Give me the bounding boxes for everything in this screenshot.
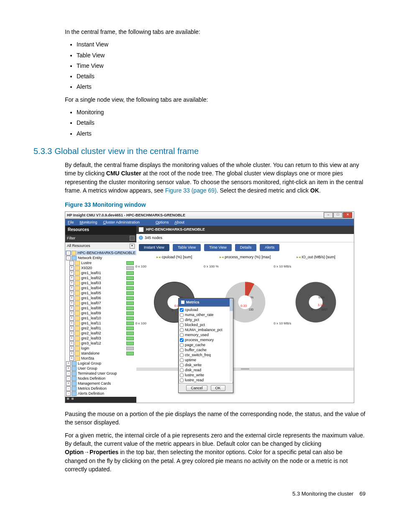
metric-checkbox[interactable] (180, 368, 184, 372)
metric-checkbox[interactable] (180, 308, 184, 312)
tab-time-view[interactable]: Time View (204, 244, 232, 251)
tree-item[interactable]: +User Group (65, 366, 136, 371)
expand-icon[interactable]: + (69, 286, 74, 290)
expand-icon[interactable]: + (69, 266, 74, 270)
metric-row[interactable]: memory_used (180, 333, 232, 338)
metric-checkbox[interactable] (180, 338, 184, 342)
metric-row[interactable]: dirty_pct (180, 318, 232, 323)
filter-expand-icon[interactable] (130, 236, 135, 241)
all-resources-row[interactable]: All Resources ▾ (65, 242, 136, 249)
metric-row[interactable]: NUMA_imbalance_pct (180, 328, 232, 333)
expand-icon[interactable]: + (69, 296, 74, 301)
tab-details[interactable]: Details (235, 244, 257, 251)
all-resources-dropdown-icon[interactable]: ▾ (130, 244, 135, 249)
metric-row[interactable]: disk_read (180, 368, 232, 373)
expand-icon[interactable]: + (69, 341, 74, 346)
metric-checkbox[interactable] (180, 353, 184, 357)
expand-icon[interactable]: + (69, 281, 74, 285)
metric-checkbox[interactable] (180, 323, 184, 327)
expand-icon[interactable]: - (69, 261, 74, 265)
tree-item[interactable]: +gre3_leaf12 (65, 341, 136, 346)
tree-item[interactable]: +MonSta (65, 356, 136, 361)
tree-item[interactable]: +gre1_leaf09 (65, 311, 136, 316)
metric-checkbox[interactable] (180, 373, 184, 377)
expand-icon[interactable]: + (69, 301, 74, 306)
tree-item[interactable]: +gre1_leaf06 (65, 296, 136, 301)
expand-icon[interactable]: - (66, 391, 71, 396)
expand-icon[interactable]: + (66, 361, 71, 366)
expand-icon[interactable]: + (69, 351, 74, 356)
tree-item[interactable]: +X9320 (65, 265, 136, 270)
tree-item[interactable]: -Nodes Definition (65, 376, 136, 381)
expand-icon[interactable]: - (66, 256, 71, 260)
tree-item[interactable]: +gre1_leaf01 (65, 270, 136, 275)
menu-item[interactable]: Options (156, 220, 169, 225)
tab-table-view[interactable]: Table View (173, 244, 201, 251)
tree-item[interactable]: -Terminated User Group (65, 371, 136, 376)
gauge-pie-3[interactable]: MB/s3.1103457 (293, 279, 339, 325)
expand-icon[interactable]: + (66, 366, 71, 371)
menu-item[interactable]: About (174, 220, 184, 225)
metric-row[interactable]: page_cache (180, 343, 232, 348)
metric-checkbox[interactable] (180, 378, 184, 382)
expand-icon[interactable]: + (69, 321, 74, 326)
expand-icon[interactable]: - (66, 386, 71, 391)
tree-item[interactable]: -Network Entity (65, 255, 136, 260)
metric-row[interactable]: blocked_pct (180, 323, 232, 328)
ok-button[interactable]: OK (211, 385, 225, 391)
resize-grabber[interactable] (136, 368, 354, 371)
metrics-scrollbar[interactable] (230, 306, 233, 382)
metric-checkbox[interactable] (180, 318, 184, 322)
metric-row[interactable]: lustre_read (180, 378, 232, 383)
tree-item[interactable]: +gre2_leaf03 (65, 336, 136, 341)
metric-row[interactable]: cpuload (180, 308, 232, 313)
metric-row[interactable]: uptime (180, 358, 232, 363)
metric-row[interactable]: lustre_write (180, 373, 232, 378)
minimize-button[interactable]: – (324, 212, 333, 218)
figure-link[interactable]: Figure 33 (page 69) (165, 187, 217, 194)
menu-item[interactable]: Cluster Administration (103, 220, 140, 225)
expand-icon[interactable]: + (69, 336, 74, 341)
metric-checkbox[interactable] (180, 363, 184, 367)
expand-icon[interactable]: + (69, 356, 74, 361)
maximize-button[interactable]: □ (333, 212, 343, 218)
menu-item[interactable]: File (68, 220, 74, 225)
expand-icon[interactable]: - (66, 251, 71, 255)
close-button[interactable]: ✕ (343, 212, 352, 218)
expand-icon[interactable]: + (69, 271, 74, 275)
tree-item[interactable]: +standalone (65, 351, 136, 356)
tree-item[interactable]: +Management Cards (65, 381, 136, 386)
tree-item[interactable]: +gre1_leaf05 (65, 290, 136, 296)
expand-icon[interactable]: + (69, 326, 74, 331)
tree-item[interactable]: -Lustre (65, 260, 136, 265)
expand-icon[interactable]: + (69, 306, 74, 311)
tree-item[interactable]: +gre1_leaf11 (65, 321, 136, 326)
metric-row[interactable]: ctx_switch_freq (180, 353, 232, 358)
metric-row[interactable]: buffer_cache (180, 348, 232, 353)
expand-icon[interactable]: - (66, 376, 71, 381)
tree-item[interactable]: +gre1_leaf03 (65, 280, 136, 285)
expand-icon[interactable]: + (69, 331, 74, 336)
cancel-button[interactable]: Cancel (186, 385, 207, 391)
metric-checkbox[interactable] (180, 328, 184, 332)
tree-item[interactable]: -Metrics Definition (65, 386, 136, 391)
tree-item[interactable]: +gre1_leaf04 (65, 285, 136, 290)
metric-checkbox[interactable] (180, 343, 184, 347)
tree-item[interactable]: +gre1_leaf02 (65, 275, 136, 280)
tree-item[interactable]: +gre2_leaf02 (65, 331, 136, 336)
metric-checkbox[interactable] (180, 348, 184, 352)
expand-icon[interactable]: + (69, 316, 74, 321)
metric-checkbox[interactable] (180, 358, 184, 362)
expand-icon[interactable]: + (66, 381, 71, 386)
menu-item[interactable]: Monitoring (80, 220, 97, 225)
tree-item[interactable]: +gre1_leaf08 (65, 306, 136, 311)
tree-item[interactable]: +Logical Group (65, 361, 136, 366)
expand-icon[interactable]: + (69, 276, 74, 280)
metric-row[interactable]: numa_other_rate (180, 313, 232, 318)
metric-row[interactable]: process_memory (180, 338, 232, 343)
tree-item[interactable]: -HPC-BENCHMARKS-GRENOBLE (65, 250, 136, 255)
metric-checkbox[interactable] (180, 333, 184, 337)
tree-item[interactable]: +gre1_leaf10 (65, 316, 136, 321)
tree-item[interactable]: +gre2_leaf01 (65, 326, 136, 331)
expand-icon[interactable]: + (69, 311, 74, 316)
